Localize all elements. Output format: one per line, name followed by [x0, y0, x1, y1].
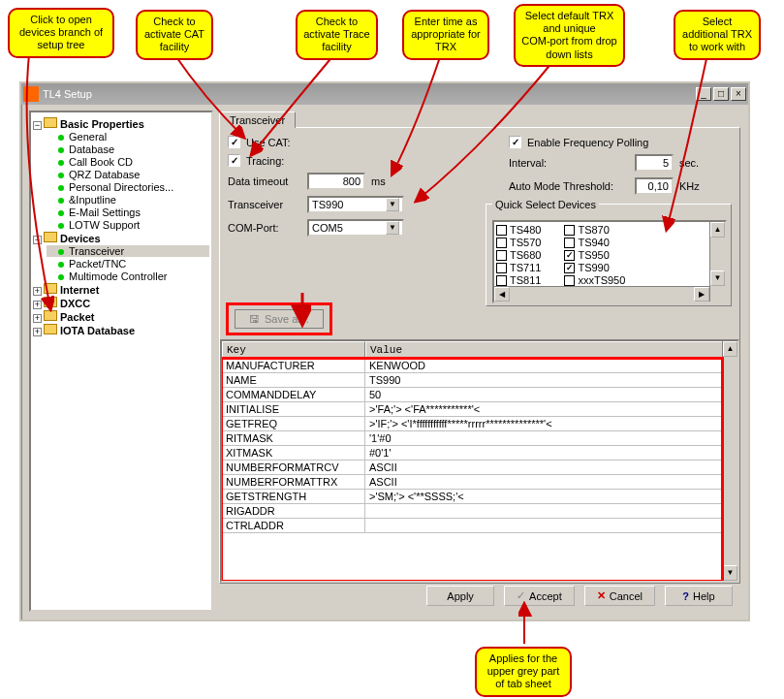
quick-select-item[interactable]: ✓TS990 [564, 262, 625, 273]
trx-label: Transceiver [228, 199, 298, 210]
interval-input[interactable]: 5 [635, 154, 674, 172]
folder-icon [44, 324, 57, 334]
tree-internet[interactable]: Internet [60, 284, 99, 296]
expand-icon[interactable]: + [33, 328, 42, 336]
tree-item[interactable]: Call Book CD [47, 156, 209, 168]
table-row[interactable]: NAMETS990 [222, 373, 737, 388]
minimize-button[interactable]: _ [696, 87, 711, 101]
checkbox[interactable] [496, 250, 507, 261]
collapse-icon[interactable]: − [33, 236, 42, 244]
apply-button[interactable]: Apply [426, 586, 494, 606]
table-row[interactable]: COMMANDDELAY50 [222, 388, 737, 402]
timeout-label: Data timeout [228, 175, 298, 187]
tree-basic-properties[interactable]: Basic Properties [60, 118, 144, 130]
table-row[interactable]: NUMBERFORMATTRXASCII [222, 475, 737, 490]
polling-checkbox[interactable]: ✓ [509, 136, 521, 148]
table-row[interactable]: RITMASK'1'#0 [222, 431, 737, 446]
scrollbar-horizontal[interactable]: ◀▶ [494, 286, 709, 302]
table-row[interactable]: GETSTRENGTH>'SM;'> <'**SSSS;'< [222, 490, 737, 504]
tab-transceiver[interactable]: Transceiver [219, 111, 296, 128]
checkbox[interactable] [564, 275, 575, 286]
expand-icon[interactable]: + [33, 301, 42, 309]
cancel-button[interactable]: ✕Cancel [584, 586, 655, 606]
tree-item[interactable]: Database [47, 143, 209, 155]
checkbox[interactable] [564, 225, 575, 236]
tree-item-transceiver[interactable]: Transceiver [47, 245, 209, 257]
tree-iota[interactable]: IOTA Database [60, 325, 135, 336]
expand-icon[interactable]: + [33, 314, 42, 323]
checkbox[interactable] [496, 225, 507, 236]
timeout-input[interactable]: 800 [307, 173, 365, 190]
accept-button[interactable]: ✓Accept [504, 586, 575, 606]
expand-icon[interactable]: + [33, 287, 42, 296]
tree-packet[interactable]: Packet [60, 311, 94, 323]
table-row[interactable]: MANUFACTURERKENWOOD [222, 359, 737, 373]
tree-item[interactable]: Personal Directories... [47, 181, 209, 193]
quick-select-item[interactable]: ✓TS950 [564, 249, 625, 261]
tracing-checkbox[interactable]: ✓ [228, 154, 240, 167]
quick-select-list[interactable]: TS480TS570TS680TS711TS811TS850 TS870TS94… [492, 220, 727, 303]
config-table[interactable]: Key Value MANUFACTURERKENWOODNAMETS990CO… [220, 339, 739, 583]
checkbox[interactable] [564, 238, 575, 248]
quick-select-item[interactable]: TS480 [496, 224, 541, 236]
transceiver-select[interactable]: TS990▼ [307, 196, 404, 213]
tree-item[interactable]: E-Mail Settings [47, 207, 209, 218]
khz-label: KHz [679, 180, 700, 192]
comport-select[interactable]: COM5▼ [307, 219, 404, 237]
titlebar[interactable]: TL4 Setup _ □ × [21, 83, 748, 105]
folder-icon [44, 117, 57, 128]
folder-icon [44, 297, 57, 307]
checkbox[interactable]: ✓ [564, 250, 575, 261]
quick-select-item[interactable]: TS811 [496, 274, 541, 286]
quick-select-item[interactable]: TS570 [496, 237, 541, 248]
tree-item[interactable]: Packet/TNC [47, 258, 209, 270]
tree-item[interactable]: &Inputline [47, 194, 209, 206]
setup-window: TL4 Setup _ □ × −Basic Properties Genera… [19, 81, 750, 621]
quick-select-item[interactable]: TS940 [564, 237, 625, 248]
scrollbar-vertical[interactable]: ▲▼ [722, 341, 737, 581]
tree-item[interactable]: Multimode Controller [47, 270, 209, 282]
close-button[interactable]: × [731, 87, 746, 101]
chevron-down-icon[interactable]: ▼ [386, 221, 399, 235]
tree-item[interactable]: General [47, 131, 209, 143]
collapse-icon[interactable]: − [33, 121, 42, 130]
close-icon: ✕ [597, 589, 606, 602]
quick-select-item[interactable]: xxxTS950 [564, 274, 625, 286]
threshold-input[interactable]: 0,10 [635, 177, 674, 195]
app-icon [23, 86, 39, 102]
automode-label: Auto Mode Threshold: [509, 180, 625, 192]
quick-select-item[interactable]: TS711 [496, 262, 541, 273]
checkbox[interactable] [496, 238, 507, 248]
tree-devices[interactable]: Devices [60, 233, 101, 244]
help-button[interactable]: ?Help [665, 586, 733, 606]
checkbox[interactable] [496, 275, 507, 286]
checkbox[interactable] [496, 263, 507, 273]
chevron-down-icon[interactable]: ▼ [386, 198, 399, 211]
ms-label: ms [371, 175, 386, 187]
checkbox[interactable]: ✓ [564, 263, 575, 273]
tab-body: ✓Use CAT: ✓Tracing: Data timeout800ms Tr… [219, 127, 740, 584]
table-row[interactable]: INITIALISE>'FA;'> <'FA***********'< [222, 402, 737, 417]
maximize-button[interactable]: □ [713, 87, 729, 101]
quick-select-item[interactable]: TS870 [564, 224, 625, 236]
save-as-button[interactable]: 🖫Save as.. [235, 309, 324, 329]
callout-trace: Check to activate Trace facility [296, 10, 378, 60]
setup-tree[interactable]: −Basic Properties General Database Call … [29, 111, 213, 612]
table-row[interactable]: XITMASK#0'1' [222, 446, 737, 461]
table-row[interactable]: RIGADDR [222, 504, 737, 519]
quick-select-item[interactable]: TS680 [496, 249, 541, 261]
tree-dxcc[interactable]: DXCC [60, 298, 90, 309]
table-row[interactable]: GETFREQ>'IF;'> <'I*fffffffffff*****rrrrr… [222, 417, 737, 431]
col-key[interactable]: Key [222, 341, 365, 358]
usecat-checkbox[interactable]: ✓ [228, 136, 240, 148]
quick-select-group: Quick Select Devices TS480TS570TS680TS71… [486, 204, 732, 306]
col-value[interactable]: Value [365, 341, 737, 358]
tree-item[interactable]: LOTW Support [47, 219, 209, 231]
callout-time: Enter time as appropriate for TRX [402, 10, 489, 60]
scrollbar-vertical[interactable]: ▲▼ [709, 222, 725, 302]
folder-icon [44, 283, 57, 294]
callout-cat: Check to activate CAT facility [136, 10, 213, 60]
table-row[interactable]: NUMBERFORMATRCVASCII [222, 461, 737, 475]
tree-item[interactable]: QRZ Database [47, 169, 209, 180]
table-row[interactable]: CTRLADDR [222, 519, 737, 533]
